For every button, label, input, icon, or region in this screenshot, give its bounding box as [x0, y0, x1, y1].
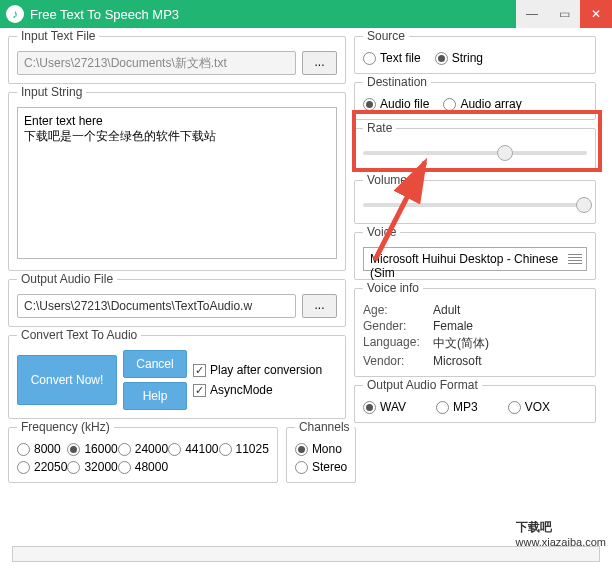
voice-info-value: 中文(简体) [433, 335, 587, 352]
destination-radio-audio-file[interactable]: Audio file [363, 97, 429, 111]
group-legend: Convert Text To Audio [17, 328, 141, 342]
freq-radio-8000[interactable]: 8000 [17, 442, 67, 456]
freq-radio-22050[interactable]: 22050 [17, 460, 67, 474]
voice-info-label: Language: [363, 335, 433, 352]
group-legend: Voice info [363, 281, 423, 295]
app-icon: ♪ [6, 5, 24, 23]
cancel-button[interactable]: Cancel [123, 350, 187, 378]
source-radio-string[interactable]: String [435, 51, 483, 65]
freq-radio-16000[interactable]: 16000 [67, 442, 117, 456]
channel-radio-mono[interactable]: Mono [295, 442, 347, 456]
group-legend: Source [363, 29, 409, 43]
convert-group: Convert Text To Audio Convert Now! Cance… [8, 335, 346, 419]
voice-info-value: Adult [433, 303, 587, 317]
group-legend: Volume [363, 173, 411, 187]
format-radio-mp3[interactable]: MP3 [436, 400, 478, 414]
close-button[interactable]: ✕ [580, 0, 612, 28]
freq-radio-32000[interactable]: 32000 [67, 460, 117, 474]
group-legend: Output Audio File [17, 272, 117, 286]
input-string-textarea[interactable] [17, 107, 337, 259]
group-legend: Destination [363, 75, 431, 89]
maximize-button[interactable]: ▭ [548, 0, 580, 28]
voice-info-label: Age: [363, 303, 433, 317]
voice-info-group: Voice info Age:AdultGender:FemaleLanguag… [354, 288, 596, 377]
voice-select[interactable]: Microsoft Huihui Desktop - Chinese (Sim [363, 247, 587, 271]
progress-bar [12, 546, 600, 562]
play-after-checkbox[interactable]: Play after conversion [193, 363, 322, 377]
destination-radio-audio-array[interactable]: Audio array [443, 97, 521, 111]
freq-radio-44100[interactable]: 44100 [168, 442, 218, 456]
voice-info-label: Gender: [363, 319, 433, 333]
freq-radio-48000[interactable]: 48000 [118, 460, 168, 474]
minimize-button[interactable]: — [516, 0, 548, 28]
frequency-group: Frequency (kHz) 800016000240004410011025… [8, 427, 278, 483]
input-file-path [17, 51, 296, 75]
group-legend: Input String [17, 85, 86, 99]
group-legend: Input Text File [17, 29, 99, 43]
output-format-group: Output Audio Format WAVMP3VOX [354, 385, 596, 423]
async-mode-checkbox[interactable]: AsyncMode [193, 383, 322, 397]
group-legend: Rate [363, 121, 396, 135]
window-title: Free Text To Speech MP3 [30, 7, 516, 22]
group-legend: Frequency (kHz) [17, 420, 114, 434]
freq-radio-11025[interactable]: 11025 [219, 442, 269, 456]
input-text-file-group: Input Text File ... [8, 36, 346, 84]
voice-info-value: Microsoft [433, 354, 587, 368]
rate-group: Rate [354, 128, 596, 172]
source-radio-text-file[interactable]: Text file [363, 51, 421, 65]
format-radio-wav[interactable]: WAV [363, 400, 406, 414]
destination-group: Destination Audio fileAudio array [354, 82, 596, 120]
channels-group: Channels MonoStereo [286, 427, 356, 483]
group-legend: Voice [363, 225, 400, 239]
input-string-group: Input String [8, 92, 346, 271]
group-legend: Output Audio Format [363, 378, 482, 392]
voice-info-label: Vendor: [363, 354, 433, 368]
channel-radio-stereo[interactable]: Stereo [295, 460, 347, 474]
group-legend: Channels [295, 420, 354, 434]
browse-output-button[interactable]: ... [302, 294, 337, 318]
convert-now-button[interactable]: Convert Now! [17, 355, 117, 405]
voice-info-value: Female [433, 319, 587, 333]
voice-group: Voice Microsoft Huihui Desktop - Chinese… [354, 232, 596, 280]
volume-slider[interactable] [363, 195, 587, 215]
freq-radio-24000[interactable]: 24000 [118, 442, 168, 456]
volume-group: Volume [354, 180, 596, 224]
rate-slider[interactable] [363, 143, 587, 163]
help-button[interactable]: Help [123, 382, 187, 410]
output-file-path[interactable] [17, 294, 296, 318]
output-audio-file-group: Output Audio File ... [8, 279, 346, 327]
source-group: Source Text fileString [354, 36, 596, 74]
watermark: 下载吧 www.xiazaiba.com [516, 519, 606, 548]
format-radio-vox[interactable]: VOX [508, 400, 550, 414]
browse-input-button[interactable]: ... [302, 51, 337, 75]
titlebar: ♪ Free Text To Speech MP3 — ▭ ✕ [0, 0, 612, 28]
